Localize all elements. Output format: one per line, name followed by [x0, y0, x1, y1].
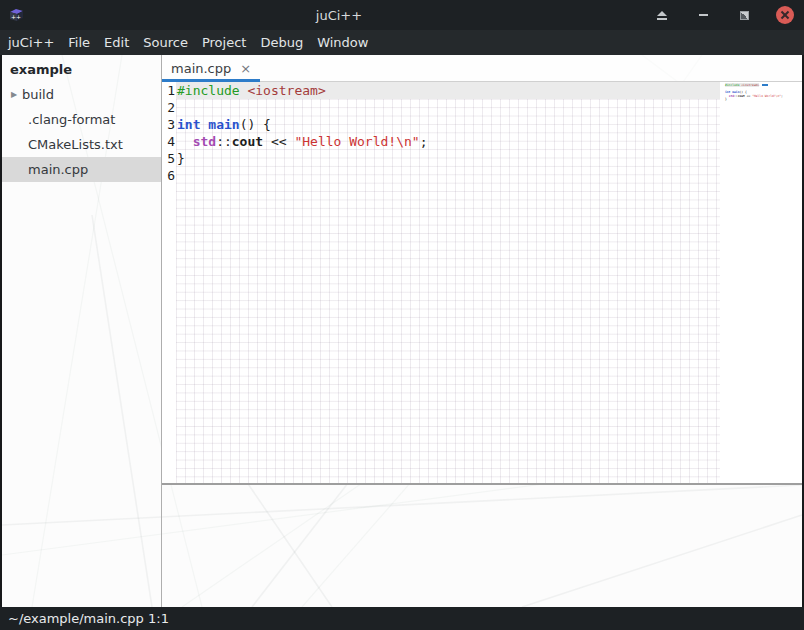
shade-button[interactable] [653, 6, 671, 24]
juci-window: ++ juCi++ juCi++ File Edit Source Projec… [0, 0, 804, 630]
window-title: juCi++ [25, 8, 653, 23]
tab-main-cpp[interactable]: main.cpp × [162, 55, 260, 81]
maximize-icon [740, 11, 749, 20]
tree-item-cmakelists[interactable]: CMakeLists.txt [2, 132, 161, 157]
project-name: example [2, 55, 161, 82]
statusbar: ~/example/main.cpp 1:1 [0, 607, 804, 630]
menu-source[interactable]: Source [136, 30, 195, 55]
minimize-icon [699, 14, 708, 16]
code-line[interactable]: 4 std::cout << "Hello World!\n"; [162, 133, 802, 150]
line-number: 1 [162, 82, 175, 99]
minimap[interactable]: #include <iostream>int main() { std::cou… [722, 82, 801, 483]
line-number: 6 [162, 167, 175, 184]
shade-icon [657, 11, 667, 16]
code-line[interactable]: 2 [162, 99, 802, 116]
tab-close-icon[interactable]: × [240, 61, 251, 76]
tree-item-build[interactable]: ▶ build [2, 82, 161, 107]
editor-pane: main.cpp × 1#include <iostream>23int mai… [162, 55, 802, 607]
code-line[interactable]: 5} [162, 150, 802, 167]
close-icon [776, 6, 794, 24]
titlebar: ++ juCi++ [0, 0, 804, 30]
maximize-button[interactable] [735, 6, 753, 24]
minimize-button[interactable] [694, 6, 712, 24]
line-number: 2 [162, 99, 175, 116]
status-file-position: ~/example/main.cpp 1:1 [8, 611, 169, 626]
window-body: example ▶ build .clang-format CMakeLists… [0, 55, 804, 607]
line-number: 3 [162, 116, 175, 133]
menubar: juCi++ File Edit Source Project Debug Wi… [0, 30, 804, 55]
file-tree-sidebar: example ▶ build .clang-format CMakeLists… [2, 55, 161, 607]
menu-edit[interactable]: Edit [97, 30, 136, 55]
source-editor[interactable]: 1#include <iostream>23int main() {4 std:… [162, 82, 802, 483]
tree-item-clang-format[interactable]: .clang-format [2, 107, 161, 132]
tab-label: main.cpp [171, 61, 231, 76]
code-line[interactable]: 1#include <iostream> [162, 82, 802, 99]
menu-debug[interactable]: Debug [253, 30, 310, 55]
tree-item-main-cpp[interactable]: main.cpp [2, 157, 161, 182]
close-button[interactable] [776, 6, 794, 24]
code-line[interactable]: 6 [162, 167, 802, 184]
svg-text:++: ++ [11, 13, 21, 20]
minimap-cursor-indicator [762, 84, 768, 86]
window-controls [653, 6, 794, 24]
menu-file[interactable]: File [61, 30, 97, 55]
line-number: 5 [162, 150, 175, 167]
app-logo-icon: ++ [8, 7, 25, 23]
menu-project[interactable]: Project [195, 30, 253, 55]
tabbar: main.cpp × [162, 55, 802, 82]
code-line[interactable]: 3int main() { [162, 116, 802, 133]
minimap-line [725, 102, 801, 106]
code-lines: 1#include <iostream>23int main() {4 std:… [162, 82, 802, 184]
menu-window[interactable]: Window [310, 30, 375, 55]
expander-icon[interactable]: ▶ [2, 90, 22, 99]
menu-jucipp[interactable]: juCi++ [1, 30, 61, 55]
output-panel[interactable] [162, 485, 802, 607]
line-number: 4 [162, 133, 175, 150]
